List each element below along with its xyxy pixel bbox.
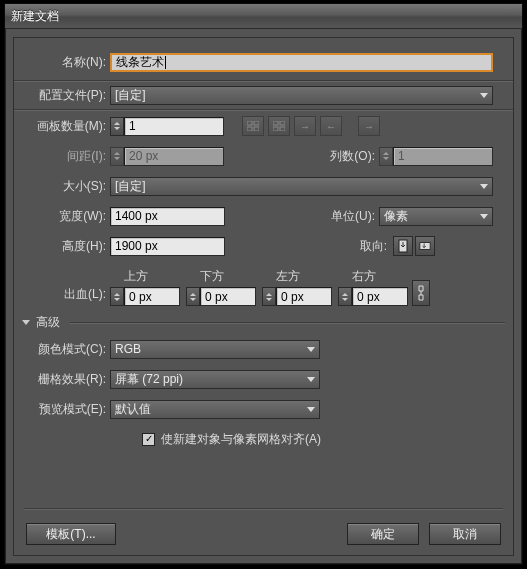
svg-rect-9 — [420, 243, 430, 250]
chevron-down-icon — [480, 214, 488, 219]
name-input[interactable]: 线条艺术 — [110, 53, 493, 72]
chevron-down-icon — [307, 377, 315, 382]
svg-rect-1 — [254, 121, 259, 125]
label-align-pixel-grid: 使新建对象与像素网格对齐(A) — [161, 431, 321, 448]
label-bleed-left: 左方 — [262, 268, 300, 285]
width-input[interactable]: 1400 px — [110, 207, 225, 226]
label-units: 单位(U): — [307, 208, 379, 225]
divider — [24, 508, 503, 509]
height-input[interactable]: 1900 px — [110, 237, 225, 256]
titlebar[interactable]: 新建文档 — [5, 4, 522, 29]
height-value: 1900 px — [115, 239, 158, 253]
orientation-portrait[interactable] — [393, 236, 413, 256]
arrange-right-icon: → — [294, 116, 316, 136]
label-profile: 配置文件(P): — [22, 87, 110, 104]
chevron-down-icon — [480, 184, 488, 189]
svg-rect-6 — [273, 127, 278, 131]
label-spacing: 间距(I): — [22, 148, 110, 165]
svg-rect-4 — [273, 121, 278, 125]
label-colormode: 颜色模式(C): — [22, 341, 110, 358]
chevron-down-icon — [307, 407, 315, 412]
bleed-left-input[interactable]: 0 px — [276, 287, 332, 306]
bleed-bottom-input[interactable]: 0 px — [200, 287, 256, 306]
label-bleed-bottom: 下方 — [186, 268, 224, 285]
link-bleed-icon[interactable] — [412, 280, 430, 306]
preview-value: 默认值 — [115, 401, 151, 418]
advanced-section[interactable]: 高级 — [14, 314, 513, 331]
grid-by-row-icon — [242, 116, 264, 136]
align-pixel-grid-checkbox[interactable] — [142, 433, 155, 446]
label-width: 宽度(W): — [22, 208, 110, 225]
divider — [70, 322, 505, 323]
profile-select[interactable]: [自定] — [110, 86, 493, 105]
label-height: 高度(H): — [22, 238, 110, 255]
disclosure-triangle-icon — [22, 320, 30, 325]
label-advanced: 高级 — [36, 314, 60, 331]
label-name: 名称(N): — [22, 54, 110, 71]
artboards-input[interactable]: 1 — [124, 117, 224, 136]
chevron-down-icon — [480, 93, 488, 98]
raster-select[interactable]: 屏幕 (72 ppi) — [110, 370, 320, 389]
spacing-spinner — [110, 147, 124, 166]
ok-button[interactable]: 确定 — [347, 523, 419, 545]
columns-input: 1 — [393, 147, 493, 166]
units-select[interactable]: 像素 — [379, 207, 493, 226]
window-title: 新建文档 — [11, 8, 59, 25]
bleed-right-spinner[interactable] — [338, 287, 352, 306]
cancel-button[interactable]: 取消 — [429, 523, 501, 545]
label-bleed: 出血(L): — [22, 286, 110, 303]
bleed-top-input[interactable]: 0 px — [124, 287, 180, 306]
label-preview: 预览模式(E): — [22, 401, 110, 418]
bleed-bottom-spinner[interactable] — [186, 287, 200, 306]
label-size: 大小(S): — [22, 178, 110, 195]
arrange-left-icon: ← — [320, 116, 342, 136]
colormode-select[interactable]: RGB — [110, 340, 320, 359]
svg-rect-0 — [247, 121, 252, 125]
bleed-right-input[interactable]: 0 px — [352, 287, 408, 306]
chevron-down-icon — [307, 347, 315, 352]
name-value: 线条艺术 — [116, 54, 164, 71]
orientation-landscape[interactable] — [415, 236, 435, 256]
colormode-value: RGB — [115, 342, 141, 356]
new-document-dialog: 新建文档 名称(N): 线条艺术 配置文件(P): [自定] 画板数量(M): … — [4, 3, 523, 565]
label-raster: 栅格效果(R): — [22, 371, 110, 388]
bleed-left-spinner[interactable] — [262, 287, 276, 306]
size-value: [自定] — [115, 178, 146, 195]
preview-select[interactable]: 默认值 — [110, 400, 320, 419]
svg-rect-7 — [280, 127, 285, 131]
svg-rect-3 — [254, 127, 259, 131]
spacing-value: 20 px — [129, 149, 158, 163]
label-bleed-top: 上方 — [110, 268, 148, 285]
label-artboards: 画板数量(M): — [22, 118, 110, 135]
columns-spinner — [379, 147, 393, 166]
dialog-body: 名称(N): 线条艺术 配置文件(P): [自定] 画板数量(M): 1 → ← — [13, 37, 514, 556]
raster-value: 屏幕 (72 ppi) — [115, 371, 183, 388]
bleed-top-spinner[interactable] — [110, 287, 124, 306]
width-value: 1400 px — [115, 209, 158, 223]
template-button[interactable]: 模板(T)... — [26, 523, 116, 545]
label-bleed-right: 右方 — [338, 268, 376, 285]
grid-by-col-icon — [268, 116, 290, 136]
size-select[interactable]: [自定] — [110, 177, 493, 196]
svg-rect-2 — [247, 127, 252, 131]
label-orient: 取向: — [319, 238, 391, 255]
columns-value: 1 — [398, 149, 405, 163]
spacing-input: 20 px — [124, 147, 224, 166]
artboards-value: 1 — [129, 119, 136, 133]
svg-rect-5 — [280, 121, 285, 125]
arrange-more-icon: → — [358, 116, 380, 136]
artboards-spinner[interactable] — [110, 117, 124, 136]
profile-value: [自定] — [115, 87, 146, 104]
label-columns: 列数(O): — [307, 148, 379, 165]
units-value: 像素 — [384, 208, 408, 225]
